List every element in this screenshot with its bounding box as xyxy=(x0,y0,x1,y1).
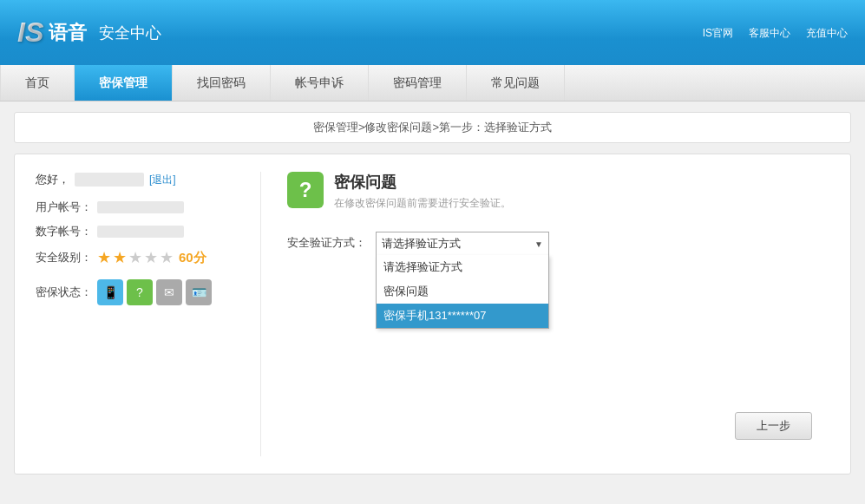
security-score: 60分 xyxy=(179,250,206,266)
logo-subtitle: 安全中心 xyxy=(99,23,161,43)
nav-item-faq[interactable]: 常见问题 xyxy=(467,65,565,101)
breadcrumb: 密保管理>修改密保问题>第一步：选择验证方式 xyxy=(14,112,851,143)
link-customer-service[interactable]: 客服中心 xyxy=(749,25,790,40)
right-panel: ? 密保问题 在修改密保问题前需要进行安全验证。 安全验证方式： 请选择验证方式… xyxy=(261,172,829,456)
user-greeting: 您好， [退出] xyxy=(36,172,243,187)
email-status-icon: ✉ xyxy=(156,279,182,305)
question-status-icon: ? xyxy=(127,279,153,305)
star-2: ★ xyxy=(113,248,127,267)
verification-form-row: 安全验证方式： 请选择验证方式 ▼ 请选择验证方式 密保问题 密保手机131**… xyxy=(287,232,829,256)
dropdown-wrapper: 请选择验证方式 ▼ 请选择验证方式 密保问题 密保手机131******07 xyxy=(376,232,549,256)
nav-item-home[interactable]: 首页 xyxy=(0,65,75,101)
dropdown-option-0[interactable]: 请选择验证方式 xyxy=(377,255,548,279)
panel-title-area: 密保问题 在修改密保问题前需要进行安全验证。 xyxy=(334,172,511,211)
main-content: 密保管理>修改密保问题>第一步：选择验证方式 您好， [退出] 用户帐号： 数字… xyxy=(0,101,865,504)
header-links: IS官网 客服中心 充值中心 xyxy=(703,25,848,40)
logo: IS 语音 安全中心 xyxy=(17,16,161,49)
account-row: 用户帐号： xyxy=(36,200,243,215)
star-rating: ★ ★ ★ ★ ★ xyxy=(97,248,174,267)
nav-item-recover-password[interactable]: 找回密码 xyxy=(173,65,271,101)
phone-status-icon: 📱 xyxy=(97,279,123,305)
panel-header: ? 密保问题 在修改密保问题前需要进行安全验证。 xyxy=(287,172,829,211)
id-status-icon: 🪪 xyxy=(186,279,212,305)
question-icon: ? xyxy=(287,172,324,208)
link-official-site[interactable]: IS官网 xyxy=(703,25,733,40)
panel-desc: 在修改密保问题前需要进行安全验证。 xyxy=(334,196,511,211)
logo-phonetic: 语音 xyxy=(49,20,87,46)
status-icons: 📱 ? ✉ 🪪 xyxy=(97,279,212,305)
logout-link[interactable]: [退出] xyxy=(149,173,176,187)
star-5: ★ xyxy=(160,248,174,267)
star-1: ★ xyxy=(97,248,111,267)
dropdown-menu: 请选择验证方式 密保问题 密保手机131******07 xyxy=(376,255,549,329)
panel-title: 密保问题 xyxy=(334,172,511,193)
logo-is-text: IS xyxy=(17,16,43,49)
dropdown-trigger[interactable]: 请选择验证方式 ▼ xyxy=(376,232,549,256)
dropdown-option-2[interactable]: 密保手机131******07 xyxy=(377,304,548,328)
dropdown-option-1[interactable]: 密保问题 xyxy=(377,279,548,304)
dropdown-arrow-icon: ▼ xyxy=(534,239,543,249)
header: IS 语音 安全中心 IS官网 客服中心 充值中心 xyxy=(0,0,865,65)
dropdown-selected-text: 请选择验证方式 xyxy=(382,236,461,252)
star-3: ★ xyxy=(128,248,142,267)
prev-button[interactable]: 上一步 xyxy=(735,412,812,440)
security-status-row: 密保状态： 📱 ? ✉ 🪪 xyxy=(36,279,243,305)
username-display xyxy=(75,173,144,187)
nav-bar: 首页 密保管理 找回密码 帐号申诉 密码管理 常见问题 xyxy=(0,65,865,101)
nav-item-account-appeal[interactable]: 帐号申诉 xyxy=(271,65,369,101)
security-level-row: 安全级别： ★ ★ ★ ★ ★ 60分 xyxy=(36,248,243,267)
digital-account-value xyxy=(97,226,184,238)
account-value xyxy=(97,201,184,213)
nav-item-security-management[interactable]: 密保管理 xyxy=(75,65,173,101)
digital-account-row: 数字帐号： xyxy=(36,224,243,239)
form-label: 安全验证方式： xyxy=(287,232,365,251)
button-row: 上一步 xyxy=(287,412,829,440)
link-recharge[interactable]: 充值中心 xyxy=(806,25,848,40)
content-area: 您好， [退出] 用户帐号： 数字帐号： 安全级别： ★ ★ ★ ★ ★ xyxy=(14,154,851,475)
star-4: ★ xyxy=(144,248,158,267)
nav-item-password-management[interactable]: 密码管理 xyxy=(369,65,467,101)
left-panel: 您好， [退出] 用户帐号： 数字帐号： 安全级别： ★ ★ ★ ★ ★ xyxy=(36,172,261,456)
